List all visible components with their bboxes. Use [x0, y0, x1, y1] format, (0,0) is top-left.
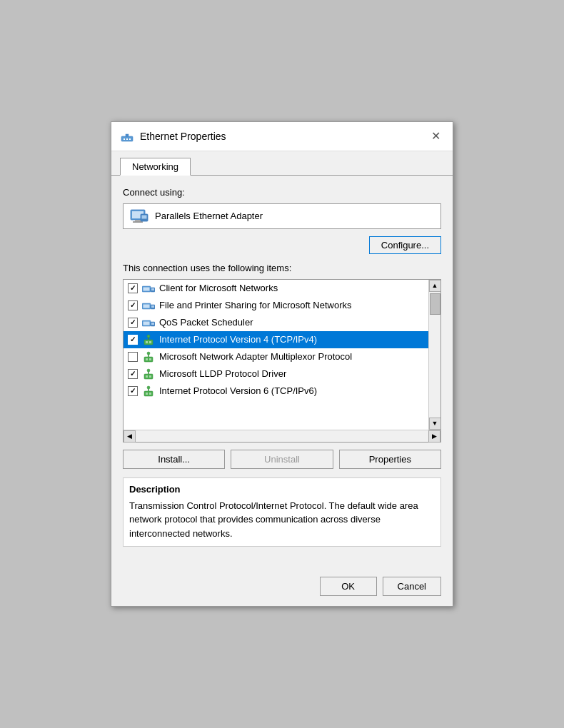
network-icon-green: [142, 350, 155, 363]
adapter-name: Parallels Ethernet Adapter: [155, 211, 263, 221]
title-bar: Ethernet Properties ✕: [111, 122, 453, 151]
network-icon-green: [142, 385, 155, 398]
tab-bar: Networking: [111, 151, 453, 176]
network-icon-blue: [142, 316, 155, 329]
item-label: File and Printer Sharing for Microsoft N…: [159, 300, 351, 310]
vertical-scrollbar[interactable]: ▲ ▼: [428, 280, 440, 430]
network-adapter-icon: [120, 129, 134, 143]
dialog-body: Connect using: Parallels Ethernet Adapte…: [111, 176, 453, 570]
cancel-button[interactable]: Cancel: [383, 577, 441, 596]
checkbox-client-networks[interactable]: [128, 283, 138, 293]
svg-point-28: [147, 335, 150, 338]
svg-rect-36: [149, 375, 151, 378]
svg-rect-24: [144, 340, 153, 345]
svg-rect-41: [149, 393, 151, 395]
items-label: This connection uses the following items…: [123, 263, 441, 273]
description-title: Description: [129, 484, 435, 495]
list-item-selected[interactable]: Internet Protocol Version 4 (TCP/IPv4): [124, 331, 428, 348]
svg-point-43: [147, 386, 150, 389]
svg-rect-11: [142, 215, 147, 218]
dialog-footer: OK Cancel: [111, 570, 453, 606]
item-label: Internet Protocol Version 4 (TCP/IPv4): [159, 334, 317, 345]
svg-rect-31: [149, 358, 151, 360]
svg-point-38: [147, 369, 150, 372]
ethernet-properties-dialog: Ethernet Properties ✕ Networking Connect…: [111, 121, 453, 607]
action-buttons-row: Install... Uninstall Properties: [123, 450, 441, 469]
list-item[interactable]: Microsoft Network Adapter Multiplexor Pr…: [124, 348, 428, 365]
items-list[interactable]: Client for Microsoft Networks: [124, 280, 428, 430]
svg-point-33: [147, 352, 150, 355]
checkbox-ipv6[interactable]: [128, 386, 138, 396]
svg-rect-2: [126, 138, 128, 140]
network-icon-green: [142, 333, 155, 346]
svg-rect-30: [146, 358, 148, 360]
svg-rect-25: [146, 341, 148, 343]
list-item[interactable]: QoS Packet Scheduler: [124, 314, 428, 331]
scroll-left-arrow[interactable]: ◀: [124, 430, 136, 443]
uninstall-button[interactable]: Uninstall: [231, 450, 333, 469]
connect-using-label: Connect using:: [123, 187, 441, 198]
window-title: Ethernet Properties: [140, 131, 226, 142]
tab-networking[interactable]: Networking: [120, 158, 191, 176]
list-item[interactable]: File and Printer Sharing for Microsoft N…: [124, 297, 428, 314]
svg-rect-34: [144, 374, 153, 379]
item-label: Internet Protocol Version 6 (TCP/IPv6): [159, 385, 317, 396]
close-button[interactable]: ✕: [427, 128, 444, 145]
adapter-box: Parallels Ethernet Adapter: [123, 203, 441, 229]
list-item[interactable]: Client for Microsoft Networks: [124, 280, 428, 297]
adapter-icon: [129, 208, 149, 224]
ok-button[interactable]: OK: [320, 577, 377, 596]
item-label: QoS Packet Scheduler: [159, 317, 253, 328]
title-bar-left: Ethernet Properties: [120, 129, 226, 143]
svg-rect-23: [151, 323, 154, 325]
svg-rect-40: [146, 393, 148, 395]
svg-rect-17: [143, 304, 150, 308]
configure-row: Configure...: [123, 236, 441, 254]
scroll-thumb[interactable]: [430, 293, 440, 315]
svg-rect-35: [146, 375, 148, 378]
item-label: Client for Microsoft Networks: [159, 283, 278, 293]
items-list-container: Client for Microsoft Networks: [124, 280, 440, 430]
list-item[interactable]: Microsoft LLDP Protocol Driver: [124, 365, 428, 383]
svg-rect-39: [144, 391, 153, 396]
configure-button[interactable]: Configure...: [369, 236, 441, 254]
checkbox-multiplexor[interactable]: [128, 352, 138, 362]
install-button[interactable]: Install...: [123, 450, 225, 469]
horizontal-scrollbar[interactable]: ◀ ▶: [124, 430, 440, 442]
svg-rect-3: [129, 138, 131, 140]
description-text: Transmission Control Protocol/Internet P…: [129, 499, 435, 541]
svg-rect-15: [151, 288, 154, 290]
svg-rect-13: [143, 287, 150, 290]
description-group: Description Transmission Control Protoco…: [123, 477, 441, 547]
checkbox-ipv4[interactable]: [128, 335, 138, 345]
checkbox-lldp[interactable]: [128, 369, 138, 379]
h-scroll-track: [136, 430, 428, 442]
item-label: Microsoft LLDP Protocol Driver: [159, 368, 286, 379]
network-icon-blue: [142, 282, 155, 295]
svg-rect-29: [144, 357, 153, 362]
item-label: Microsoft Network Adapter Multiplexor Pr…: [159, 351, 352, 362]
svg-rect-8: [135, 220, 141, 221]
buttons-row: Install... Uninstall Properties: [123, 450, 441, 469]
network-icon-blue: [142, 299, 155, 312]
svg-rect-21: [143, 321, 150, 325]
svg-rect-19: [151, 305, 154, 308]
network-icon-green: [142, 368, 155, 380]
svg-rect-1: [124, 138, 125, 140]
scroll-up-arrow[interactable]: ▲: [429, 280, 441, 292]
checkbox-qos[interactable]: [128, 318, 138, 328]
scroll-down-arrow[interactable]: ▼: [429, 418, 441, 430]
properties-button[interactable]: Properties: [339, 450, 441, 469]
checkbox-printer-sharing[interactable]: [128, 300, 138, 310]
scroll-right-arrow[interactable]: ▶: [428, 430, 440, 443]
list-item[interactable]: Internet Protocol Version 6 (TCP/IPv6): [124, 383, 428, 400]
svg-rect-26: [149, 341, 151, 343]
